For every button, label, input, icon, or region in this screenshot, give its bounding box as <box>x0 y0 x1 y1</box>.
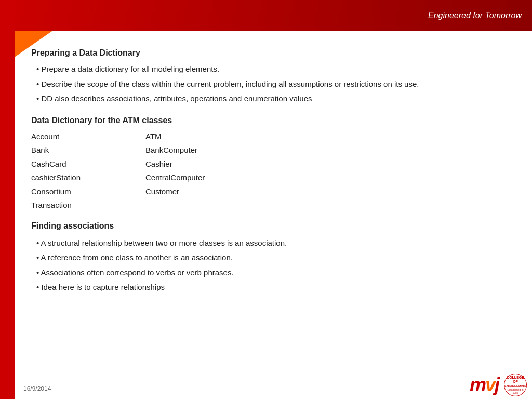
bullet-icon: • <box>36 238 41 247</box>
bullet-item: • Idea here is to capture relationships <box>31 282 506 294</box>
bullet-text: Prepare a data dictionary for all modeli… <box>41 64 219 73</box>
bullet-text: A structural relationship between two or… <box>41 238 287 247</box>
college-line3: ENGINEERING <box>504 384 526 388</box>
section-dd-atm: Data Dictionary for the ATM classes Acco… <box>31 114 506 211</box>
bullet-icon: • <box>36 283 41 291</box>
header-bar: Engineered for Tomorrow <box>0 0 532 31</box>
dd-item: CentralComputer <box>145 172 260 184</box>
dd-item: BankComputer <box>145 144 260 156</box>
bullet-text: Describe the scope of the class within t… <box>41 79 419 88</box>
section-finding-associations: Finding associations • A structural rela… <box>31 220 506 294</box>
dd-grid: Account ATM Bank BankComputer CashCard C… <box>31 131 506 211</box>
bullet-text: Associations often correspond to verbs o… <box>41 268 234 277</box>
bullet-icon: • <box>36 64 41 73</box>
footer: 16/9/2014 <box>0 378 532 399</box>
left-accent-bar <box>0 0 15 399</box>
bullet-text: DD also describes associations, attribut… <box>41 94 312 103</box>
header-tagline: Engineered for Tomorrow <box>428 11 522 20</box>
mvj-v-letter: v <box>485 374 495 396</box>
bullet-item: • DD also describes associations, attrib… <box>31 93 506 105</box>
mvj-logo-text: m v j <box>470 374 499 396</box>
dd-item: Consortium <box>31 186 145 198</box>
section-preparing-dd: Preparing a Data Dictionary • Prepare a … <box>31 47 506 105</box>
bullet-item: • Prepare a data dictionary for all mode… <box>31 63 506 75</box>
college-line1: COLLEGE <box>507 376 524 380</box>
bullet-icon: • <box>36 79 41 88</box>
bullet-text: A reference from one class to another is… <box>41 253 233 262</box>
dd-item: Cashier <box>145 158 260 170</box>
college-line4: Established in 1982 <box>506 388 525 394</box>
bullet-item: • A reference from one class to another … <box>31 252 506 264</box>
bullet-icon: • <box>36 94 41 103</box>
dd-item: Transaction <box>31 200 145 211</box>
dd-item: cashierStation <box>31 172 145 184</box>
finding-bullets: • A structural relationship between two … <box>31 237 506 294</box>
mvj-circle-badge: COLLEGE OF ENGINEERING Established in 19… <box>504 374 527 396</box>
dd-item: Bank <box>31 144 145 156</box>
bullet-icon: • <box>36 268 41 277</box>
section-dd-atm-title: Data Dictionary for the ATM classes <box>31 114 506 127</box>
bullet-icon: • <box>36 253 41 262</box>
dd-item: Customer <box>145 186 260 198</box>
footer-date: 16/9/2014 <box>23 385 51 392</box>
bullet-item: • Associations often correspond to verbs… <box>31 267 506 279</box>
dd-item: CashCard <box>31 158 145 170</box>
bullet-item: • A structural relationship between two … <box>31 237 506 249</box>
mvj-logo: m v j COLLEGE OF ENGINEERING Established… <box>470 374 527 396</box>
bullet-item: • Describe the scope of the class within… <box>31 78 506 90</box>
mvj-m-letter: m <box>470 374 485 396</box>
dd-item <box>145 200 260 211</box>
college-line2: OF <box>513 380 518 384</box>
main-content: Preparing a Data Dictionary • Prepare a … <box>21 31 522 378</box>
mvj-college-info: COLLEGE OF ENGINEERING Established in 19… <box>504 374 527 396</box>
section-finding-assoc-title: Finding associations <box>31 220 506 232</box>
section-preparing-dd-title: Preparing a Data Dictionary <box>31 47 506 59</box>
dd-item: ATM <box>145 131 260 143</box>
dd-item: Account <box>31 131 145 143</box>
mvj-j-letter: j <box>495 374 499 396</box>
bullet-text: Idea here is to capture relationships <box>41 283 165 291</box>
